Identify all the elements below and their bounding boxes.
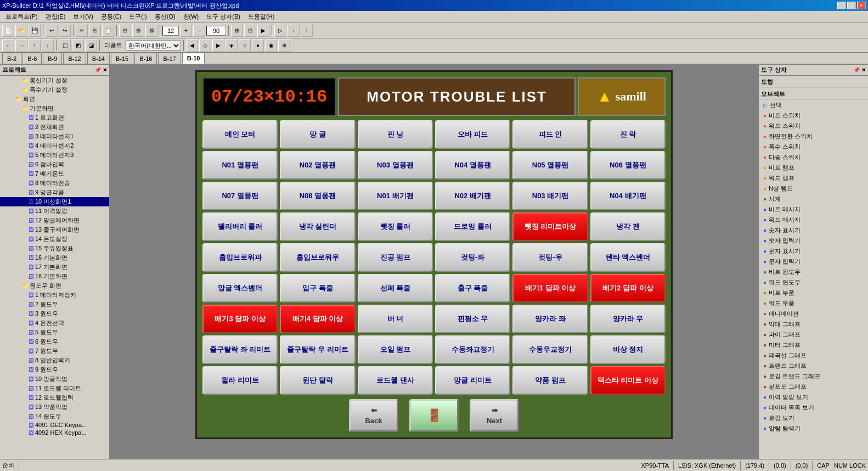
right-item-bit-part[interactable]: ● 비트 부품 — [759, 288, 868, 298]
tree-win-2[interactable]: 🖼2 원도우 — [0, 300, 109, 309]
tab-b10[interactable]: B-10 — [182, 53, 205, 64]
tree-item-12[interactable]: 🖼12 망글제어화면 — [0, 216, 109, 225]
hmi-btn-50[interactable]: 로드웰 댄사 — [358, 366, 433, 395]
tb2-btn4[interactable]: ↓ — [42, 40, 54, 52]
menu-project[interactable]: 프로젝트(P) — [2, 12, 41, 22]
hmi-btn-29[interactable]: 텐타 엑스벤더 — [590, 243, 666, 272]
tab-b2[interactable]: B-2 — [2, 53, 21, 64]
hmi-btn-15[interactable]: N02 배기팬 — [435, 182, 510, 210]
right-item-log-view[interactable]: ● 로깅 보기 — [759, 413, 868, 423]
tree-win-9[interactable]: 🖼9 원도우 — [0, 365, 109, 374]
hmi-btn-9[interactable]: N04 열풍팬 — [435, 151, 510, 180]
hmi-btn-49[interactable]: 윈단 탈락 — [280, 366, 355, 395]
hmi-btn-36[interactable]: 배기3 담파 이상 — [202, 305, 278, 333]
hmi-btn-34[interactable]: 배기1 담파 이상 — [512, 274, 588, 302]
tree-item-6[interactable]: 🖼6 점바입력 — [0, 160, 109, 169]
right-item-trend-graph[interactable]: ● 트랜드 그래프 — [759, 361, 868, 371]
maximize-button[interactable]: □ — [847, 2, 856, 9]
menu-tools[interactable]: 도구(I) — [126, 12, 150, 22]
tree-item-18[interactable]: 🖼18 기본화면 — [0, 272, 109, 281]
tree-screen[interactable]: 📁화면 — [0, 94, 109, 104]
hmi-btn-25[interactable]: 흡입브로워우 — [280, 243, 355, 272]
right-item-word-msg[interactable]: ● 워드 메시지 — [759, 215, 868, 225]
right-item-word-lamp[interactable]: ● 워드 램프 — [759, 173, 868, 183]
nav-home-button[interactable]: 🚪 — [409, 399, 459, 432]
right-item-word-switch[interactable]: ● 워드 스위치 — [759, 121, 868, 131]
hmi-btn-11[interactable]: N06 열풍팬 — [590, 151, 666, 180]
tree-item-1[interactable]: 🖼1 로고화면 — [0, 113, 109, 122]
hmi-btn-1[interactable]: 망 글 — [280, 120, 355, 149]
tree-win-hex[interactable]: 🖼4092 HEX Keypa... — [0, 429, 109, 436]
hmi-btn-17[interactable]: N04 배기팬 — [590, 182, 666, 210]
tree-win-8[interactable]: 🖼8 일반입력키 — [0, 356, 109, 365]
align-btn3[interactable]: ⊠ — [145, 25, 157, 37]
tab-b17[interactable]: B-17 — [158, 53, 181, 64]
menu-window[interactable]: 창(W) — [180, 12, 202, 22]
tree-item-5[interactable]: 🖼5 데이타번지3 — [0, 150, 109, 160]
open-btn[interactable]: 📂 — [15, 25, 27, 37]
tree-win-1[interactable]: 🖼1 데이타저장키 — [0, 290, 109, 300]
tb2-comm7[interactable]: ◉ — [265, 40, 277, 52]
sim-btn[interactable]: ▷ — [274, 25, 286, 37]
hmi-btn-31[interactable]: 입구 폭줄 — [280, 274, 355, 302]
tree-basic-screen[interactable]: 📁기본화면 — [0, 104, 109, 113]
hmi-btn-13[interactable]: N08 열풍팬 — [280, 182, 355, 210]
tree-win-4[interactable]: 🖼4 윤전선택 — [0, 318, 109, 328]
hmi-btn-33[interactable]: 출구 폭줄 — [435, 274, 510, 302]
hmi-btn-20[interactable]: 뻿징 롤러 — [358, 212, 433, 241]
right-item-num-display[interactable]: ● 숫자 표시기 — [759, 225, 868, 236]
minimize-button[interactable]: _ — [837, 2, 846, 9]
right-item-char-input[interactable]: ● 문자 입력기 — [759, 256, 868, 267]
tree-window-screen[interactable]: 📁원도우 화면 — [0, 281, 109, 290]
tree-win-3[interactable]: 🖼3 원도우 — [0, 309, 109, 318]
right-item-bit-switch[interactable]: ● 비트 스위치 — [759, 110, 868, 121]
tree-item-8[interactable]: 🖼8 데이터전송 — [0, 178, 109, 188]
hmi-btn-16[interactable]: N03 배기팬 — [512, 182, 588, 210]
hmi-btn-28[interactable]: 컷팅-우 — [512, 243, 588, 272]
hmi-btn-4[interactable]: 피드 인 — [512, 120, 588, 149]
tb2-comm3[interactable]: ▶ — [212, 40, 224, 52]
tree-win-14[interactable]: 🖼14 원도우 — [0, 412, 109, 421]
download-btn[interactable]: ↓ — [288, 25, 300, 37]
tb2-btn5[interactable]: ◫ — [59, 40, 71, 52]
right-item-bit-lamp[interactable]: ● 비트 램프 — [759, 162, 868, 173]
hmi-btn-3[interactable]: 오바 피드 — [435, 120, 510, 149]
right-item-screen-switch[interactable]: ● 화면전환 스위치 — [759, 131, 868, 142]
grid-btn[interactable]: ⊞ — [231, 25, 243, 37]
right-panel-pin[interactable]: 📌 ✕ — [853, 67, 866, 73]
hmi-btn-51[interactable]: 망글 리미트 — [435, 366, 510, 395]
paste-btn[interactable]: 📋 — [102, 25, 114, 37]
tree-item-16[interactable]: 🖼16 기본화면 — [0, 253, 109, 262]
page-input[interactable] — [162, 26, 179, 36]
hmi-btn-52[interactable]: 약품 펌프 — [512, 366, 588, 395]
right-item-dist-graph[interactable]: ● 분포도 그래프 — [759, 382, 868, 392]
redo-btn[interactable]: ↪ — [59, 25, 71, 37]
copy-btn[interactable]: ⎘ — [89, 25, 101, 37]
tree-win-12[interactable]: 🖼12 로드웰입력 — [0, 393, 109, 402]
right-item-alarm-view[interactable]: ● 이력 알람 보기 — [759, 392, 868, 402]
preview-btn[interactable]: ▶ — [257, 25, 269, 37]
tree-win-dec[interactable]: 🖼4091 DEC Keypa... — [0, 421, 109, 429]
hmi-btn-48[interactable]: 윌라 리미트 — [202, 366, 278, 395]
hmi-btn-0[interactable]: 메인 모터 — [202, 120, 278, 149]
tree-win-13[interactable]: 🖼13 약품픽업 — [0, 402, 109, 412]
tree-item-10[interactable]: 🖼10 이상화면1 — [0, 197, 109, 206]
hmi-btn-12[interactable]: N07 열풍팬 — [202, 182, 278, 210]
hmi-btn-19[interactable]: 냉각 실린더 — [280, 212, 355, 241]
right-item-char-display[interactable]: ● 문자 표시기 — [759, 246, 868, 256]
tree-special-settings[interactable]: 📁특수기기 설정 — [0, 85, 109, 94]
hmi-btn-39[interactable]: 핀평소 우 — [435, 305, 510, 333]
hmi-btn-7[interactable]: N02 열풍팬 — [280, 151, 355, 180]
tab-b12[interactable]: B-12 — [63, 53, 86, 64]
right-item-log-trend[interactable]: ● 로깅 트랜드 그래프 — [759, 371, 868, 382]
hmi-btn-8[interactable]: N03 열풍팬 — [358, 151, 433, 180]
menu-comm[interactable]: 통신(O) — [151, 12, 179, 22]
align-btn2[interactable]: ⊞ — [132, 25, 144, 37]
tree-item-7[interactable]: 🖼7 배기온도 — [0, 169, 109, 178]
tb2-btn6[interactable]: ◩ — [72, 40, 84, 52]
menu-view[interactable]: 보기(V) — [70, 12, 97, 22]
hmi-btn-32[interactable]: 선폐 폭줄 — [358, 274, 433, 302]
tree-item-17[interactable]: 🖼17 기본화면 — [0, 262, 109, 272]
hmi-btn-23[interactable]: 냉각 팬 — [590, 212, 666, 241]
hmi-btn-21[interactable]: 드로잉 롤러 — [435, 212, 510, 241]
